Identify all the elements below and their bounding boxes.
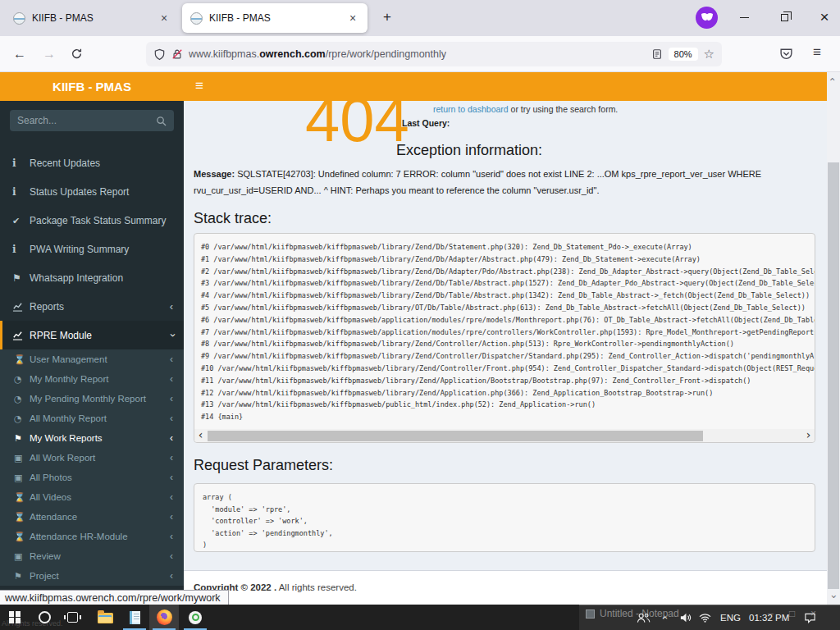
sidebar-subitem-attendance[interactable]: Attendance bbox=[0, 507, 184, 527]
notepad-document-icon bbox=[586, 609, 595, 619]
sidebar-item-recent-updates[interactable]: Recent Updates bbox=[0, 148, 184, 177]
info-icon bbox=[12, 158, 30, 169]
action-center-button[interactable] bbox=[804, 605, 816, 630]
app-brand[interactable]: KIIFB - PMAS bbox=[0, 72, 184, 101]
wifi-icon bbox=[699, 613, 711, 623]
app-topbar bbox=[184, 72, 827, 101]
flag-icon bbox=[14, 571, 30, 582]
tab-close-icon[interactable] bbox=[158, 11, 171, 25]
sidebar-subitem-all-photos[interactable]: All Photos bbox=[0, 468, 184, 487]
pocket-button[interactable] bbox=[779, 47, 793, 61]
stack-line: #0 /var/www/html/kiifbpmasweb/kiffbpmasw… bbox=[201, 241, 808, 253]
browser-tab-1[interactable]: KIIFB - PMAS bbox=[7, 5, 177, 31]
new-tab-button[interactable] bbox=[377, 7, 397, 27]
browser-tab-2-active[interactable]: KIIFB - PMAS bbox=[182, 3, 368, 33]
sidebar-subitem-review[interactable]: Review bbox=[0, 546, 184, 566]
url-bar[interactable]: www.kiifbpmas.owrench.com/rpre/work/pend… bbox=[146, 42, 722, 66]
stack-line: #10 /var/www/html/kiifbpmasweb/kiffbpmas… bbox=[201, 363, 808, 375]
browser-navbar: www.kiifbpmas.owrench.com/rpre/work/pend… bbox=[0, 36, 840, 72]
search-icon[interactable] bbox=[156, 116, 167, 126]
volume-tray-button[interactable] bbox=[679, 605, 692, 630]
scroll-up-arrow-icon[interactable] bbox=[827, 74, 840, 85]
request-parameters-heading: Request Parameters: bbox=[194, 457, 333, 474]
scroll-down-arrow-icon[interactable] bbox=[827, 591, 840, 603]
notepad-taskbar-button[interactable] bbox=[120, 605, 149, 630]
chevron-left-icon bbox=[170, 413, 173, 423]
chevron-left-icon bbox=[170, 453, 173, 463]
sidebar-item-reports[interactable]: Reports bbox=[0, 292, 184, 321]
hourglass-icon bbox=[14, 512, 30, 523]
page-content: 404 return to dashboard or try using the… bbox=[184, 101, 827, 605]
sidebar-subitem-all-videos[interactable]: All Videos bbox=[0, 487, 184, 507]
gauge-icon bbox=[14, 374, 30, 385]
app-taskbar-button[interactable] bbox=[180, 605, 210, 630]
sidebar-subitem-user-management[interactable]: User Management bbox=[0, 349, 184, 369]
reload-icon bbox=[71, 48, 83, 60]
sidebar-subitem-my-work-reports[interactable]: My Work Reports bbox=[0, 428, 184, 448]
browser-menu-button[interactable] bbox=[813, 44, 821, 61]
search-input[interactable] bbox=[17, 115, 156, 126]
gauge-icon bbox=[14, 394, 30, 404]
back-button[interactable] bbox=[11, 45, 29, 63]
tab-close-icon[interactable] bbox=[346, 11, 359, 25]
request-line: ) bbox=[203, 539, 806, 551]
sidebar-subitem-all-work-report[interactable]: All Work Report bbox=[0, 448, 184, 468]
chevron-left-icon bbox=[170, 571, 173, 581]
chart-icon bbox=[12, 330, 30, 340]
people-tray-button[interactable] bbox=[637, 605, 651, 630]
window-close-button[interactable] bbox=[812, 7, 837, 28]
sidebar: Recent Updates Status Updates Report Pac… bbox=[0, 101, 184, 605]
scrollbar-thumb[interactable] bbox=[828, 162, 839, 589]
sidebar-subitem-project[interactable]: Project bbox=[0, 566, 184, 586]
hourglass-icon bbox=[14, 354, 30, 365]
stack-line: #4 /var/www/html/kiifbpmasweb/kiffbpmasw… bbox=[201, 290, 808, 302]
sidebar-subitem-my-monthly-report[interactable]: My Monthly Report bbox=[0, 369, 184, 389]
sidebar-subitem-my-pending-monthly-report[interactable]: My Pending Monthly Report bbox=[0, 389, 184, 409]
scroll-left-arrow-icon[interactable] bbox=[194, 429, 207, 442]
show-hidden-icons-button[interactable] bbox=[663, 605, 666, 630]
window-restore-button[interactable] bbox=[772, 7, 797, 28]
clock[interactable]: 01:32 PM bbox=[749, 605, 789, 630]
scroll-right-arrow-icon[interactable] bbox=[802, 429, 815, 442]
return-to-dashboard-link[interactable]: return to dashboard bbox=[433, 104, 509, 114]
sidebar-subitem-all-monthly-report[interactable]: All Monthly Report bbox=[0, 409, 184, 428]
sidebar-search[interactable] bbox=[10, 110, 174, 131]
firefox-icon bbox=[157, 609, 172, 625]
forward-button[interactable] bbox=[40, 45, 58, 63]
file-explorer-button[interactable] bbox=[90, 605, 120, 630]
zoom-level-button[interactable]: 80% bbox=[669, 48, 698, 61]
insecure-lock-icon[interactable] bbox=[171, 48, 183, 60]
sidebar-item-package-task-status-summary[interactable]: Package Task Status Summary bbox=[0, 206, 184, 235]
scrollbar-thumb[interactable] bbox=[208, 431, 703, 441]
language-indicator[interactable]: ENG bbox=[720, 605, 741, 630]
chevron-left-icon bbox=[170, 354, 173, 364]
private-browsing-badge bbox=[696, 7, 718, 29]
stack-line: #13 /var/www/html/kiifbpmasweb/kiffbpmas… bbox=[201, 399, 808, 411]
gauge-icon bbox=[14, 413, 30, 424]
url-text: www.kiifbpmas.owrench.com/rpre/work/pend… bbox=[189, 48, 446, 60]
sidebar-subitem-attendance-hr-module[interactable]: Attendance HR-Module bbox=[0, 527, 184, 546]
stack-line: #7 /var/www/html/kiifbpmasweb/kiffbpmasw… bbox=[201, 326, 808, 339]
request-line: 'action' => 'pendingmonthly', bbox=[203, 527, 806, 540]
stack-line: #11 /var/www/html/kiifbpmasweb/kiffbpmas… bbox=[201, 375, 808, 387]
firefox-taskbar-button[interactable] bbox=[149, 605, 179, 630]
bookmark-star-icon[interactable] bbox=[704, 47, 714, 62]
sidebar-menu: Recent Updates Status Updates Report Pac… bbox=[0, 148, 184, 586]
sidebar-item-status-updates-report[interactable]: Status Updates Report bbox=[0, 177, 184, 206]
sidebar-item-whatsapp-integration[interactable]: Whatsapp Integration bbox=[0, 263, 184, 292]
site-favicon bbox=[13, 12, 25, 25]
shield-icon[interactable] bbox=[153, 48, 166, 61]
reader-mode-icon[interactable] bbox=[651, 48, 663, 60]
network-tray-button[interactable] bbox=[699, 605, 711, 630]
horizontal-scrollbar[interactable] bbox=[194, 429, 815, 442]
private-mask-icon bbox=[701, 13, 714, 23]
window-minimize-button[interactable] bbox=[732, 7, 756, 28]
reload-button[interactable] bbox=[71, 48, 89, 66]
hourglass-icon bbox=[14, 492, 30, 503]
page-scrollbar[interactable] bbox=[827, 72, 840, 605]
sidebar-item-rpre-module[interactable]: RPRE Module bbox=[0, 321, 184, 349]
chevron-left-icon bbox=[170, 492, 173, 502]
sidebar-item-pwa-writing-summary[interactable]: PWA Writing Summary bbox=[0, 235, 184, 263]
sidebar-toggle-icon[interactable] bbox=[195, 78, 203, 94]
stack-line: #8 /var/www/html/kiifbpmasweb/kiffbpmasw… bbox=[201, 338, 808, 350]
